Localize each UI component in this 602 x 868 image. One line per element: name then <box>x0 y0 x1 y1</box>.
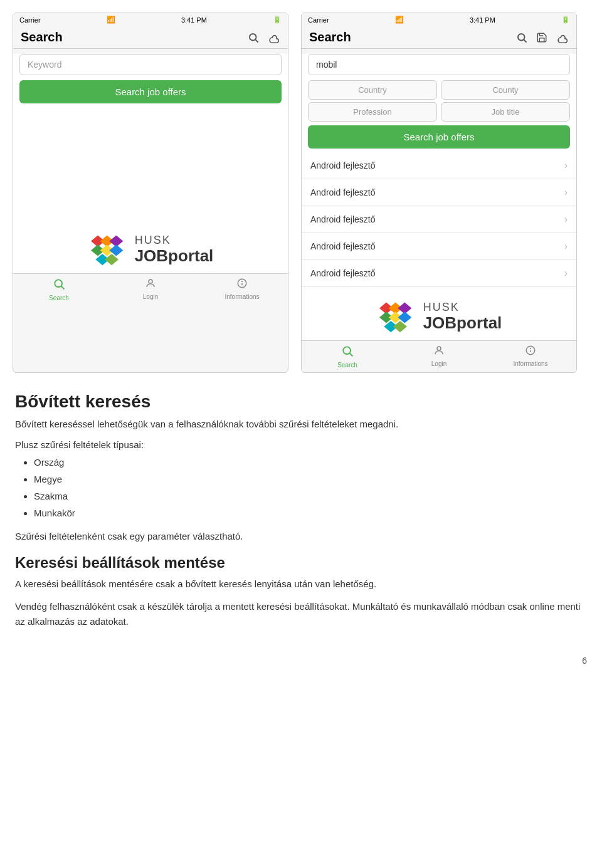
tab-search-label-left: Search <box>49 295 69 301</box>
time-left: 3:41 PM <box>181 16 207 24</box>
result-text-3: Android fejlesztő <box>310 241 376 251</box>
battery-icon-right: 🔋 <box>561 16 570 24</box>
tab-search-left[interactable]: Search <box>13 274 105 305</box>
husk-text-right: HUSK <box>423 301 502 314</box>
result-text-4: Android fejlesztő <box>310 268 376 278</box>
result-item-3[interactable]: Android fejlesztő › <box>302 233 576 260</box>
cloud-icon-left[interactable] <box>267 31 280 44</box>
phone-content-right: mobil Country County Profession Job titl… <box>302 54 576 287</box>
svg-point-12 <box>149 280 152 283</box>
bullet-item-2: Szakma <box>34 488 587 505</box>
search-icon-left[interactable] <box>246 31 260 44</box>
search-job-offers-btn-right[interactable]: Search job offers <box>308 125 570 149</box>
nav-title-left: Search <box>21 30 63 44</box>
chevron-icon-4: › <box>564 268 568 279</box>
tab-info-left[interactable]: Informations <box>196 274 288 305</box>
battery-icon-left: 🔋 <box>273 16 282 24</box>
nav-icons-left <box>246 31 280 44</box>
nav-icons-right <box>515 31 569 44</box>
filter-row2-right: Profession Job title <box>308 102 570 122</box>
logo-diamonds-left <box>88 233 129 267</box>
status-bar-right: Carrier 📶 3:41 PM 🔋 <box>302 13 576 26</box>
section-body-2: A keresési beállítások mentésére csak a … <box>15 577 587 592</box>
svg-point-16 <box>518 34 525 41</box>
page-number: 6 <box>0 649 602 672</box>
search-icon-right[interactable] <box>515 31 529 44</box>
jobportal-text-right: JOBportal <box>423 314 502 332</box>
save-icon-right[interactable] <box>535 31 549 44</box>
time-right: 3:41 PM <box>470 16 495 24</box>
tab-search-right[interactable]: Search <box>302 341 393 372</box>
tab-login-label-left: Login <box>143 293 158 300</box>
tab-info-right[interactable]: Informations <box>485 341 576 372</box>
logo-diamonds-right <box>376 300 417 334</box>
bullet-item-1: Megye <box>34 471 587 488</box>
section-title-1: Bővített keresés <box>15 392 587 412</box>
jobportal-text-left: JOBportal <box>135 247 214 265</box>
keyword-input-right[interactable]: mobil <box>308 54 570 75</box>
cloud-icon-right[interactable] <box>555 31 569 44</box>
tab-bar-left: Search Login Informations <box>13 273 288 305</box>
result-item-2[interactable]: Android fejlesztő › <box>302 206 576 233</box>
search-tab-icon-right <box>341 345 354 360</box>
phone-left: Carrier 📶 3:41 PM 🔋 Search <box>13 13 288 373</box>
section-body-3: Vendég felhasználóként csak a készülék t… <box>15 599 587 629</box>
logo-left: HUSK JOBportal <box>13 220 288 273</box>
bullet-item-0: Ország <box>34 454 587 471</box>
wifi-icon-right: 📶 <box>395 16 404 24</box>
tab-info-label-right: Informations <box>513 360 547 367</box>
nav-title-right: Search <box>309 30 351 44</box>
section-body-1: Bővített kereséssel lehetőségük van a fe… <box>15 417 587 432</box>
chevron-icon-0: › <box>564 160 568 171</box>
svg-line-27 <box>350 353 353 357</box>
login-tab-icon-right <box>433 345 445 359</box>
bullet-list: Ország Megye Szakma Munkakör <box>15 454 587 521</box>
svg-point-26 <box>343 347 351 354</box>
chevron-icon-3: › <box>564 241 568 252</box>
result-text-2: Android fejlesztő <box>310 214 376 224</box>
logo-right: HUSK JOBportal <box>302 287 576 340</box>
search-tab-icon-left <box>53 278 65 293</box>
logo-text-right: HUSK JOBportal <box>423 301 502 332</box>
husk-text-left: HUSK <box>135 234 214 247</box>
result-item-4[interactable]: Android fejlesztő › <box>302 260 576 287</box>
status-bar-left: Carrier 📶 3:41 PM 🔋 <box>13 13 288 26</box>
filter-row1-right: Country County <box>308 80 570 100</box>
section-title-2: Keresési beállítások mentése <box>15 554 587 572</box>
search-job-offers-btn-left[interactable]: Search job offers <box>19 80 282 103</box>
filter-types-label: Plusz szűrési feltételek típusai: <box>15 439 587 450</box>
tab-login-label-right: Login <box>431 360 446 367</box>
bullet-item-3: Munkakör <box>34 505 587 521</box>
country-btn-right[interactable]: Country <box>308 80 437 100</box>
results-list-right: Android fejlesztő › Android fejlesztő › … <box>302 152 576 287</box>
tab-search-label-right: Search <box>337 362 357 369</box>
county-btn-right[interactable]: County <box>441 80 570 100</box>
keyword-input-left[interactable]: Keyword <box>19 54 282 75</box>
profession-btn-right[interactable]: Profession <box>308 102 437 122</box>
carrier-left: Carrier <box>19 16 41 24</box>
chevron-icon-2: › <box>564 214 568 225</box>
result-text-1: Android fejlesztő <box>310 187 376 197</box>
jobtitle-btn-right[interactable]: Job title <box>441 102 570 122</box>
info-tab-icon-right <box>525 345 536 359</box>
result-item-0[interactable]: Android fejlesztő › <box>302 152 576 179</box>
wifi-icon-left: 📶 <box>107 16 115 24</box>
tab-login-left[interactable]: Login <box>105 274 196 305</box>
phone-content-left: Keyword Search job offers <box>13 54 288 220</box>
filter-note: Szűrési feltételenként csak egy paraméte… <box>15 529 587 544</box>
svg-point-10 <box>55 280 62 287</box>
tab-bar-right: Search Login Informations <box>302 340 576 372</box>
info-tab-icon-left <box>236 278 248 292</box>
logo-text-left: HUSK JOBportal <box>135 234 214 264</box>
nav-bar-right: Search <box>302 26 576 49</box>
tab-login-right[interactable]: Login <box>393 341 485 372</box>
svg-line-17 <box>524 39 526 42</box>
chevron-icon-1: › <box>564 187 568 198</box>
phone-right: Carrier 📶 3:41 PM 🔋 Search <box>301 13 577 373</box>
svg-line-1 <box>255 39 258 42</box>
carrier-right: Carrier <box>308 16 329 24</box>
svg-point-0 <box>250 34 256 41</box>
result-text-0: Android fejlesztő <box>310 160 376 170</box>
result-item-1[interactable]: Android fejlesztő › <box>302 179 576 206</box>
tab-info-label-left: Informations <box>224 293 259 300</box>
